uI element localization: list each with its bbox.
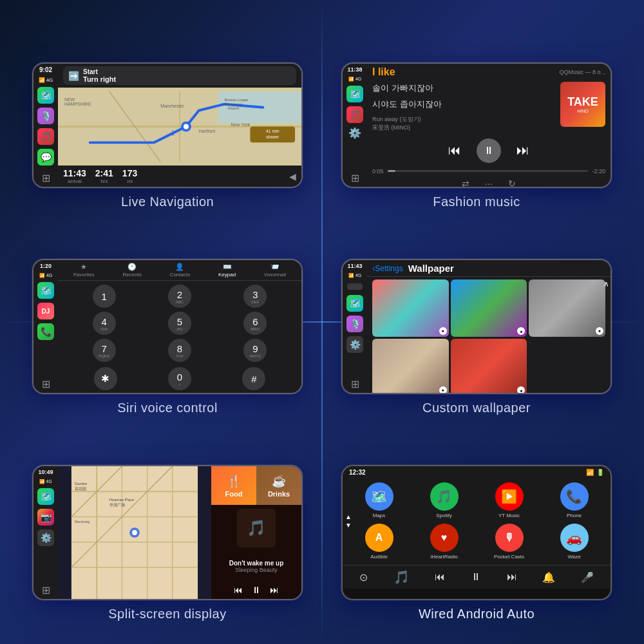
wall-back-label[interactable]: Settings <box>375 264 402 273</box>
android-skip-next-btn[interactable]: ⏭ <box>507 571 517 583</box>
wall-thumb-5[interactable]: ● <box>451 339 527 394</box>
wall-icon-grid[interactable]: ⊞ <box>351 378 359 390</box>
split-icon-grid[interactable]: ⊞ <box>42 584 50 596</box>
music-shuffle-btn[interactable]: ⇄ <box>462 178 469 188</box>
wall-icon-maps[interactable]: 🗺️ <box>346 295 363 312</box>
split-map-area[interactable]: Garden 花花园 Huamao Place 华茂广场 Wenchang <box>58 466 211 599</box>
phone-time: 1:20 <box>40 263 52 269</box>
android-phone-icon: 📞 <box>560 482 589 511</box>
music-body: 솔이 가빠지잖아 시야도 좁아지잖아 Run away (도망기) 宋旻浩 (M… <box>367 79 611 135</box>
wall-title: Wallpaper <box>408 263 454 274</box>
android-app-spotify[interactable]: 🎵 Spotify <box>414 482 474 518</box>
split-play-btn[interactable]: ⏸ <box>252 585 261 595</box>
android-app-ytmusic[interactable]: ▶️ YT Music <box>479 482 539 518</box>
wall-thumb-3[interactable]: ● <box>529 279 605 337</box>
tab-recents[interactable]: 🕐 Recents <box>123 263 142 278</box>
split-prev-btn[interactable]: ⏮ <box>234 585 243 595</box>
split-drinks-btn[interactable]: ☕ Drinks <box>256 466 301 505</box>
nav-map[interactable]: NEW HAMPSHIRE Manchester Hartford New Yo… <box>58 88 301 166</box>
android-pause-btn[interactable]: ⏸ <box>471 571 481 583</box>
android-app-audible[interactable]: A Audible <box>349 524 409 560</box>
progress-track[interactable] <box>388 170 589 172</box>
nav-icon-music[interactable]: 🎵 <box>37 128 54 145</box>
phone-icon-phone[interactable]: 📞 <box>37 323 54 340</box>
wall-icon-settings[interactable]: ⚙️ <box>346 336 363 353</box>
svg-text:Huamao Place: Huamao Place <box>109 498 135 502</box>
nav-icon-messages[interactable]: 💬 <box>37 149 54 166</box>
label-navigation: Live Navigation <box>121 194 214 209</box>
dial-9[interactable]: 9WXYZ <box>243 339 267 362</box>
dial-7[interactable]: 7PQRS <box>93 339 116 362</box>
dial-4[interactable]: 4GHI <box>93 312 116 335</box>
android-skip-back-btn[interactable]: ⏮ <box>435 571 445 583</box>
android-app-maps[interactable]: 🗺️ Maps <box>349 482 409 518</box>
nav-icon-podcasts[interactable]: 🎙️ <box>37 108 54 124</box>
split-body: Garden 花花园 Huamao Place 华茂广场 Wenchang 🍴 … <box>58 466 301 599</box>
tab-contacts[interactable]: 👤 Contacts <box>170 263 191 278</box>
android-app-waze[interactable]: 🚗 Waze <box>544 524 604 560</box>
tab-favorites[interactable]: ★ Favorites <box>73 263 95 278</box>
cell-phone: 1:20 📶4G 🗺️ DJ 📞 ⊞ ★ Favorites <box>13 219 322 425</box>
android-spotify-playing[interactable]: 🎵 <box>393 569 410 585</box>
music-icon-music[interactable]: 🎵 <box>346 106 363 123</box>
nav-icon-grid[interactable]: ⊞ <box>42 172 50 184</box>
android-bell-btn[interactable]: 🔔 <box>542 571 555 583</box>
android-app-phone[interactable]: 📞 Phone <box>544 482 604 518</box>
split-music-icon: 🎵 <box>247 519 266 537</box>
music-icon-maps[interactable]: 🗺️ <box>346 86 363 102</box>
wall-thumb-1[interactable]: ● <box>372 279 449 337</box>
android-app-grid: ▲ ▼ 🗺️ Maps 🎵 Spotify ▶️ YT Music <box>343 477 611 565</box>
music-controls: ⏮ ⏸ ⏭ <box>367 135 611 167</box>
android-home-btn[interactable]: ⊙ <box>359 571 368 583</box>
dial-0[interactable]: 0+ <box>168 367 191 390</box>
phone-icon-grid[interactable]: ⊞ <box>42 378 50 390</box>
dial-hash[interactable]: # <box>242 367 265 390</box>
split-icon-maps[interactable]: 🗺️ <box>37 488 54 505</box>
nav-direction-box: ➡️ Start Turn right <box>63 66 296 85</box>
wall-arrow-up[interactable]: ∧ <box>603 279 609 289</box>
phone-icon-maps[interactable]: 🗺️ <box>37 282 54 299</box>
split-food-drinks: 🍴 Food ☕ Drinks <box>211 466 301 505</box>
music-prev-btn[interactable]: ⏮ <box>448 143 461 158</box>
music-signal: 📶4G <box>348 77 361 82</box>
android-ytmusic-label: YT Music <box>498 513 520 518</box>
music-more-btn[interactable]: ··· <box>485 178 493 188</box>
music-time-start: 0:05 <box>372 168 384 175</box>
wall-thumb-2[interactable]: ● <box>451 279 527 337</box>
tab-keypad[interactable]: ⌨️ Keypad <box>218 263 236 278</box>
android-mic-btn[interactable]: 🎤 <box>581 571 594 583</box>
split-icon-instagram[interactable]: 📷 <box>37 509 54 526</box>
dial-8[interactable]: 8TUV <box>168 339 191 362</box>
music-artist: 宋旻浩 (MINO) <box>372 124 555 132</box>
nav-icon-maps[interactable]: 🗺️ <box>37 87 54 104</box>
dial-3[interactable]: 3DEF <box>243 285 267 308</box>
music-icon-grid[interactable]: ⊞ <box>351 172 359 184</box>
android-scroll: ▲ ▼ <box>345 513 352 529</box>
dial-5[interactable]: 5JKL <box>168 312 191 335</box>
dial-6[interactable]: 6MNO <box>243 312 267 335</box>
music-next-btn[interactable]: ⏭ <box>516 143 529 158</box>
split-food-btn[interactable]: 🍴 Food <box>211 466 256 505</box>
android-statusbar: 12:32 📶🔋 <box>343 466 611 477</box>
tab-voicemail[interactable]: 📨 Voicemail <box>264 263 286 278</box>
music-extra-controls: ⇄ ··· ↻ <box>367 177 611 188</box>
android-app-iheartradio[interactable]: ♥ iHeartRadio <box>414 524 474 560</box>
wall-icon-podcasts[interactable]: 🎙️ <box>346 316 363 332</box>
music-play-btn[interactable]: ⏸ <box>477 138 501 163</box>
music-icon-settings[interactable]: ⚙️ <box>348 127 361 139</box>
dial-1[interactable]: 1 <box>93 285 116 308</box>
split-icon-settings[interactable]: ⚙️ <box>37 529 54 546</box>
scroll-down-btn[interactable]: ▼ <box>345 522 352 529</box>
dial-2[interactable]: 2ABC <box>168 285 191 308</box>
music-repeat-btn[interactable]: ↻ <box>508 178 516 188</box>
split-next-btn[interactable]: ⏭ <box>270 585 279 595</box>
wall-thumb-4[interactable]: ● <box>372 339 449 394</box>
android-app-pocketcasts[interactable]: 🎙 Pocket Casts <box>479 524 539 560</box>
cell-split: 10:49 📶4G 🗺️ 📷 ⚙️ ⊞ <box>13 425 322 631</box>
scroll-up-btn[interactable]: ▲ <box>345 513 352 520</box>
svg-text:Garden: Garden <box>75 482 88 486</box>
music-sidebar: 11:38 📶4G 🗺️ 🎵 ⚙️ ⊞ <box>343 64 367 187</box>
dial-star[interactable]: ✱ <box>94 367 117 390</box>
nav-direction-arrow: ➡️ <box>68 71 79 81</box>
phone-icon-dj[interactable]: DJ <box>37 303 54 319</box>
